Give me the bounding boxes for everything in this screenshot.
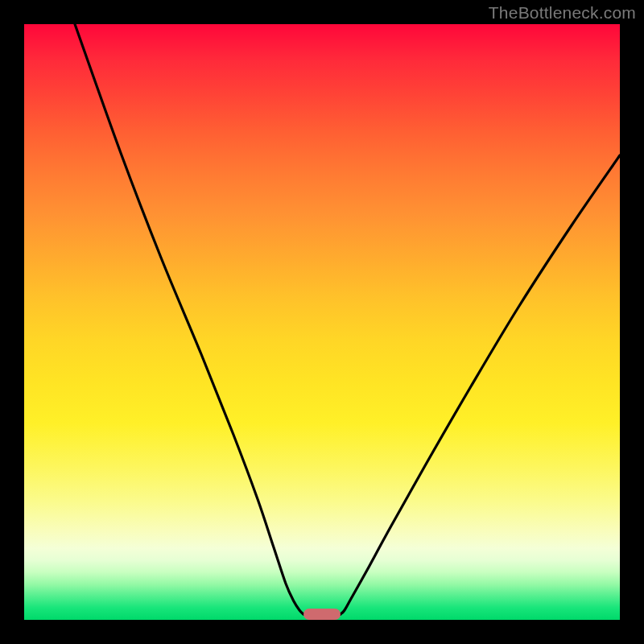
minimum-marker <box>303 609 341 620</box>
left-curve <box>75 24 303 614</box>
watermark: TheBottleneck.com <box>489 3 636 23</box>
plot-area <box>24 24 620 620</box>
curves-svg <box>24 24 620 620</box>
frame: TheBottleneck.com <box>0 0 644 644</box>
right-curve <box>341 155 620 614</box>
